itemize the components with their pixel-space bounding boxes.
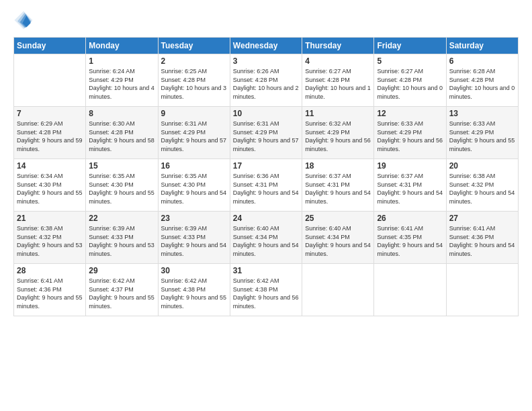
- calendar-cell: 1Sunrise: 6:24 AMSunset: 4:29 PMDaylight…: [86, 54, 158, 107]
- day-info: Sunrise: 6:40 AMSunset: 4:34 PMDaylight:…: [305, 224, 371, 258]
- day-info: Sunrise: 6:37 AMSunset: 4:31 PMDaylight:…: [377, 172, 443, 205]
- day-number: 5: [377, 56, 443, 66]
- day-number: 17: [233, 161, 299, 171]
- calendar-cell: [14, 54, 86, 107]
- day-number: 27: [449, 214, 515, 223]
- day-number: 22: [89, 214, 154, 223]
- day-number: 30: [161, 266, 227, 275]
- day-info: Sunrise: 6:36 AMSunset: 4:31 PMDaylight:…: [233, 172, 299, 205]
- day-info: Sunrise: 6:41 AMSunset: 4:36 PMDaylight:…: [17, 277, 83, 310]
- day-number: 8: [89, 109, 154, 118]
- calendar-cell: 25Sunrise: 6:40 AMSunset: 4:34 PMDayligh…: [302, 212, 374, 264]
- day-info: Sunrise: 6:38 AMSunset: 4:32 PMDaylight:…: [449, 172, 515, 205]
- day-info: Sunrise: 6:27 AMSunset: 4:28 PMDaylight:…: [377, 67, 443, 101]
- day-number: 15: [89, 161, 154, 171]
- calendar-week-row: 28Sunrise: 6:41 AMSunset: 4:36 PMDayligh…: [14, 264, 519, 316]
- day-info: Sunrise: 6:26 AMSunset: 4:28 PMDaylight:…: [233, 67, 299, 101]
- day-info: Sunrise: 6:30 AMSunset: 4:28 PMDaylight:…: [89, 120, 154, 153]
- day-number: 11: [305, 109, 371, 118]
- day-info: Sunrise: 6:33 AMSunset: 4:29 PMDaylight:…: [377, 120, 443, 153]
- day-number: 23: [161, 214, 227, 223]
- calendar-cell: 15Sunrise: 6:35 AMSunset: 4:30 PMDayligh…: [86, 159, 158, 212]
- day-info: Sunrise: 6:28 AMSunset: 4:28 PMDaylight:…: [449, 67, 515, 101]
- calendar-cell: 9Sunrise: 6:31 AMSunset: 4:29 PMDaylight…: [158, 107, 230, 159]
- day-info: Sunrise: 6:27 AMSunset: 4:28 PMDaylight:…: [305, 67, 371, 101]
- calendar-cell: 12Sunrise: 6:33 AMSunset: 4:29 PMDayligh…: [374, 107, 446, 159]
- logo: [13, 10, 36, 30]
- calendar-week-row: 1Sunrise: 6:24 AMSunset: 4:29 PMDaylight…: [14, 54, 519, 107]
- day-number: 13: [449, 109, 515, 118]
- day-number: 3: [233, 56, 299, 66]
- day-number: 20: [449, 161, 515, 171]
- calendar-cell: 31Sunrise: 6:42 AMSunset: 4:38 PMDayligh…: [230, 264, 302, 316]
- calendar-cell: 13Sunrise: 6:33 AMSunset: 4:29 PMDayligh…: [446, 107, 518, 159]
- day-info: Sunrise: 6:31 AMSunset: 4:29 PMDaylight:…: [161, 120, 227, 153]
- day-number: 9: [161, 109, 227, 118]
- day-number: 26: [377, 214, 443, 223]
- calendar-cell: [374, 264, 446, 316]
- calendar-cell: 19Sunrise: 6:37 AMSunset: 4:31 PMDayligh…: [374, 159, 446, 212]
- calendar: SundayMondayTuesdayWednesdayThursdayFrid…: [13, 37, 519, 316]
- weekday-header: Wednesday: [230, 38, 302, 54]
- calendar-cell: 22Sunrise: 6:39 AMSunset: 4:33 PMDayligh…: [86, 212, 158, 264]
- page: SundayMondayTuesdayWednesdayThursdayFrid…: [0, 0, 532, 411]
- day-number: 21: [17, 214, 83, 223]
- calendar-cell: 29Sunrise: 6:42 AMSunset: 4:37 PMDayligh…: [86, 264, 158, 316]
- day-number: 1: [89, 56, 154, 66]
- day-info: Sunrise: 6:32 AMSunset: 4:29 PMDaylight:…: [305, 120, 371, 153]
- weekday-row: SundayMondayTuesdayWednesdayThursdayFrid…: [14, 38, 519, 54]
- day-number: 25: [305, 214, 371, 223]
- day-info: Sunrise: 6:35 AMSunset: 4:30 PMDaylight:…: [89, 172, 154, 205]
- weekday-header: Thursday: [302, 38, 374, 54]
- calendar-cell: 14Sunrise: 6:34 AMSunset: 4:30 PMDayligh…: [14, 159, 86, 212]
- day-number: 2: [161, 56, 227, 66]
- day-info: Sunrise: 6:42 AMSunset: 4:38 PMDaylight:…: [161, 277, 227, 310]
- calendar-week-row: 21Sunrise: 6:38 AMSunset: 4:32 PMDayligh…: [14, 212, 519, 264]
- day-number: 18: [305, 161, 371, 171]
- calendar-cell: 21Sunrise: 6:38 AMSunset: 4:32 PMDayligh…: [14, 212, 86, 264]
- calendar-cell: [302, 264, 374, 316]
- day-number: 16: [161, 161, 227, 171]
- day-info: Sunrise: 6:37 AMSunset: 4:31 PMDaylight:…: [305, 172, 371, 205]
- weekday-header: Friday: [374, 38, 446, 54]
- weekday-header: Monday: [86, 38, 158, 54]
- day-info: Sunrise: 6:25 AMSunset: 4:28 PMDaylight:…: [161, 67, 227, 101]
- calendar-week-row: 14Sunrise: 6:34 AMSunset: 4:30 PMDayligh…: [14, 159, 519, 212]
- calendar-cell: [446, 264, 518, 316]
- day-number: 24: [233, 214, 299, 223]
- day-info: Sunrise: 6:40 AMSunset: 4:34 PMDaylight:…: [233, 224, 299, 258]
- calendar-cell: 10Sunrise: 6:31 AMSunset: 4:29 PMDayligh…: [230, 107, 302, 159]
- day-info: Sunrise: 6:24 AMSunset: 4:29 PMDaylight:…: [89, 67, 154, 101]
- calendar-cell: 5Sunrise: 6:27 AMSunset: 4:28 PMDaylight…: [374, 54, 446, 107]
- calendar-cell: 23Sunrise: 6:39 AMSunset: 4:33 PMDayligh…: [158, 212, 230, 264]
- day-number: 28: [17, 266, 83, 275]
- calendar-body: 1Sunrise: 6:24 AMSunset: 4:29 PMDaylight…: [14, 54, 519, 316]
- calendar-header: SundayMondayTuesdayWednesdayThursdayFrid…: [14, 38, 519, 54]
- day-info: Sunrise: 6:29 AMSunset: 4:28 PMDaylight:…: [17, 120, 83, 153]
- day-info: Sunrise: 6:38 AMSunset: 4:32 PMDaylight:…: [17, 224, 83, 258]
- calendar-cell: 7Sunrise: 6:29 AMSunset: 4:28 PMDaylight…: [14, 107, 86, 159]
- calendar-cell: 30Sunrise: 6:42 AMSunset: 4:38 PMDayligh…: [158, 264, 230, 316]
- weekday-header: Tuesday: [158, 38, 230, 54]
- day-number: 12: [377, 109, 443, 118]
- day-info: Sunrise: 6:34 AMSunset: 4:30 PMDaylight:…: [17, 172, 83, 205]
- day-number: 14: [17, 161, 83, 171]
- day-number: 7: [17, 109, 83, 118]
- calendar-cell: 11Sunrise: 6:32 AMSunset: 4:29 PMDayligh…: [302, 107, 374, 159]
- day-info: Sunrise: 6:31 AMSunset: 4:29 PMDaylight:…: [233, 120, 299, 153]
- calendar-cell: 24Sunrise: 6:40 AMSunset: 4:34 PMDayligh…: [230, 212, 302, 264]
- calendar-week-row: 7Sunrise: 6:29 AMSunset: 4:28 PMDaylight…: [14, 107, 519, 159]
- day-info: Sunrise: 6:42 AMSunset: 4:37 PMDaylight:…: [89, 277, 154, 310]
- calendar-cell: 6Sunrise: 6:28 AMSunset: 4:28 PMDaylight…: [446, 54, 518, 107]
- day-number: 19: [377, 161, 443, 171]
- header: [13, 10, 519, 30]
- calendar-cell: 2Sunrise: 6:25 AMSunset: 4:28 PMDaylight…: [158, 54, 230, 107]
- day-info: Sunrise: 6:39 AMSunset: 4:33 PMDaylight:…: [161, 224, 227, 258]
- calendar-cell: 26Sunrise: 6:41 AMSunset: 4:35 PMDayligh…: [374, 212, 446, 264]
- calendar-cell: 16Sunrise: 6:35 AMSunset: 4:30 PMDayligh…: [158, 159, 230, 212]
- day-info: Sunrise: 6:41 AMSunset: 4:36 PMDaylight:…: [449, 224, 515, 258]
- calendar-cell: 8Sunrise: 6:30 AMSunset: 4:28 PMDaylight…: [86, 107, 158, 159]
- logo-icon: [13, 10, 34, 30]
- day-info: Sunrise: 6:41 AMSunset: 4:35 PMDaylight:…: [377, 224, 443, 258]
- day-number: 31: [233, 266, 299, 275]
